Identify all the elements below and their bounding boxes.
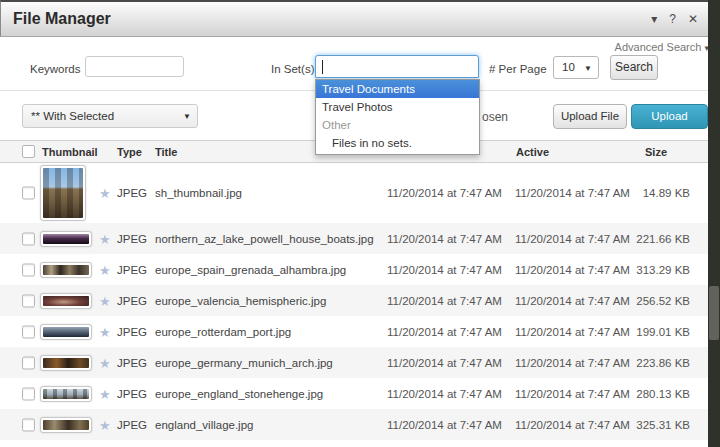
table-row[interactable]: ★ JPEG england_village.jpg 11/20/2014 at… (0, 409, 708, 440)
select-all-checkbox[interactable] (22, 145, 35, 158)
thumbnail-image (43, 420, 89, 430)
table-row[interactable]: ★ JPEG europe_valencia_hemispheric.jpg 1… (0, 285, 708, 316)
row-checkbox[interactable] (22, 187, 35, 200)
file-title[interactable]: northern_az_lake_powell_house_boats.jpg (155, 233, 374, 245)
file-created: 11/20/2014 at 7:47 AM (387, 264, 502, 276)
thumbnail-image (43, 234, 89, 244)
dropdown-option-travel-documents[interactable]: Travel Documents (316, 80, 479, 98)
file-title[interactable]: europe_rotterdam_port.jpg (155, 326, 291, 338)
file-created: 11/20/2014 at 7:47 AM (387, 357, 502, 369)
file-created: 11/20/2014 at 7:47 AM (387, 419, 502, 431)
file-size: 325.31 KB (600, 419, 690, 431)
table-row[interactable]: ★ JPEG europe_germany_munich_arch.jpg 11… (0, 347, 708, 378)
thumbnail-image (43, 327, 89, 337)
star-icon[interactable]: ★ (99, 293, 111, 308)
close-icon[interactable]: ✕ (688, 13, 698, 25)
in-sets-label: In Set(s) (271, 63, 314, 75)
thumbnail[interactable] (40, 293, 92, 309)
star-icon[interactable]: ★ (99, 186, 111, 201)
advanced-search-label: Advanced Search (615, 41, 702, 53)
file-title[interactable]: england_village.jpg (155, 419, 253, 431)
table-row[interactable]: ★ JPEG northern_az_lake_powell_house_boa… (0, 223, 708, 254)
file-created: 11/20/2014 at 7:47 AM (387, 326, 502, 338)
thumbnail[interactable] (40, 165, 86, 221)
thumbnail-image (43, 265, 89, 275)
row-checkbox[interactable] (22, 387, 35, 400)
keywords-input[interactable] (85, 56, 184, 77)
file-type: JPEG (117, 326, 147, 338)
table-row[interactable]: ★ JPEG sh_thumbnail.jpg 11/20/2014 at 7:… (0, 163, 708, 223)
thumbnail[interactable] (40, 324, 92, 340)
with-selected-value: ** With Selected (31, 110, 114, 122)
file-size: 199.01 KB (600, 326, 690, 338)
file-title[interactable]: europe_valencia_hemispheric.jpg (155, 295, 326, 307)
with-selected-select[interactable]: ** With Selected ▼ (22, 104, 198, 128)
advanced-search-link[interactable]: Advanced Search ▾ (615, 41, 709, 53)
select-arrow-icon: ▼ (584, 64, 592, 73)
help-icon[interactable]: ? (669, 13, 676, 25)
dropdown-option-travel-photos[interactable]: Travel Photos (316, 98, 479, 116)
per-page-value: 10 (562, 61, 575, 73)
row-checkbox[interactable] (22, 263, 35, 276)
title-bar: File Manager ▾ ? ★ ✕ (0, 0, 708, 37)
thumbnail[interactable] (40, 231, 92, 247)
row-checkbox[interactable] (22, 356, 35, 369)
file-type: JPEG (117, 233, 147, 245)
table-row[interactable]: ★ JPEG europe_england_stonehenge.jpg 11/… (0, 378, 708, 409)
file-title[interactable]: europe_england_stonehenge.jpg (155, 388, 323, 400)
table-row[interactable]: ★ JPEG europe_rotterdam_port.jpg 11/20/2… (0, 316, 708, 347)
file-type: JPEG (117, 419, 147, 431)
dropdown-option-files-in-no-sets[interactable]: Files in no sets. (316, 134, 479, 152)
collapse-icon[interactable]: ▾ (651, 13, 657, 25)
star-icon[interactable]: ★ (99, 231, 111, 246)
header-title[interactable]: Title (155, 146, 177, 158)
star-icon[interactable]: ★ (99, 417, 111, 432)
star-icon[interactable]: ★ (99, 386, 111, 401)
row-checkbox[interactable] (22, 294, 35, 307)
file-created: 11/20/2014 at 7:47 AM (387, 233, 502, 245)
row-checkbox[interactable] (22, 232, 35, 245)
row-checkbox[interactable] (22, 325, 35, 338)
file-created: 11/20/2014 at 7:47 AM (387, 295, 502, 307)
star-icon[interactable]: ★ (99, 262, 111, 277)
file-title[interactable]: sh_thumbnail.jpg (155, 187, 242, 199)
header-size[interactable]: Size (645, 146, 667, 158)
per-page-select[interactable]: 10 ▼ (553, 56, 599, 79)
file-size: 221.66 KB (600, 233, 690, 245)
file-title[interactable]: europe_spain_grenada_alhambra.jpg (155, 264, 346, 276)
file-chosen-text-fragment: osen (482, 110, 508, 124)
header-type[interactable]: Type (117, 146, 142, 158)
file-size: 313.29 KB (600, 264, 690, 276)
thumbnail-image (43, 296, 89, 306)
star-icon[interactable]: ★ (99, 355, 111, 370)
header-active[interactable]: Active (516, 146, 549, 158)
in-sets-input[interactable] (315, 55, 479, 78)
scrollbar-thumb[interactable] (709, 286, 719, 340)
search-button[interactable]: Search (610, 55, 658, 80)
file-title[interactable]: europe_germany_munich_arch.jpg (155, 357, 333, 369)
thumbnail[interactable] (40, 355, 92, 371)
file-created: 11/20/2014 at 7:47 AM (387, 187, 502, 199)
file-created: 11/20/2014 at 7:47 AM (387, 388, 502, 400)
dialog-title: File Manager (13, 10, 111, 28)
thumbnail[interactable] (40, 417, 92, 433)
keywords-label: Keywords (30, 63, 81, 75)
file-type: JPEG (117, 388, 147, 400)
table-row[interactable]: ★ JPEG europe_spain_grenada_alhambra.jpg… (0, 254, 708, 285)
star-icon[interactable]: ★ (99, 324, 111, 339)
row-checkbox[interactable] (22, 418, 35, 431)
text-caret (322, 60, 323, 74)
thumbnail[interactable] (40, 262, 92, 278)
thumbnail[interactable] (40, 386, 92, 402)
file-table: ★ JPEG sh_thumbnail.jpg 11/20/2014 at 7:… (0, 163, 708, 440)
dropdown-group-other: Other (316, 116, 479, 134)
window-controls: ▾ ? ★ ✕ (651, 13, 698, 25)
file-type: JPEG (117, 295, 147, 307)
page-background-strip (708, 0, 720, 447)
upload-file-button[interactable]: Upload File (553, 104, 627, 129)
file-type: JPEG (117, 187, 147, 199)
thumbnail-image (43, 358, 89, 368)
file-size: 14.89 KB (600, 187, 690, 199)
header-thumbnail[interactable]: Thumbnail (42, 146, 98, 158)
upload-multiple-button[interactable]: Upload Multiple (631, 104, 708, 129)
